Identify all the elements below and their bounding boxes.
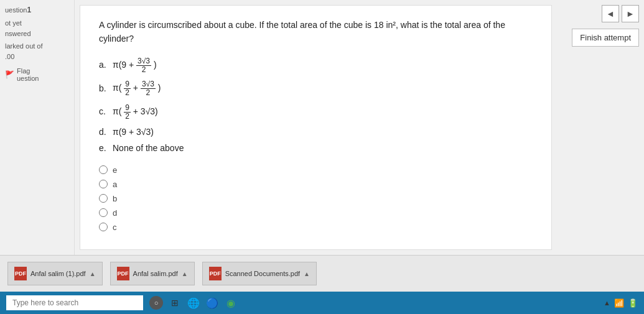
pdf-icon-2: PDF <box>117 267 129 280</box>
option-a-math: π(9 + 3√3 2 ) <box>113 57 157 74</box>
system-tray-chevron[interactable]: ▲ <box>604 299 610 307</box>
taskbar-label-2: Anfal salim.pdf <box>133 270 178 277</box>
taskbar-item-1[interactable]: PDF Anfal salim (1).pdf ▲ <box>7 262 103 285</box>
radio-section: e a b d c <box>99 165 533 232</box>
nav-next-button[interactable]: ► <box>622 5 639 22</box>
radio-item-d: d <box>99 208 533 218</box>
nav-prev-button[interactable]: ◄ <box>602 5 619 22</box>
question-text: A cylinder is circumscribed about a cube… <box>99 18 533 46</box>
taskbar-label-1: Anfal salim (1).pdf <box>30 270 86 277</box>
radio-e-label: e <box>113 165 117 175</box>
apps-icon[interactable]: ⊞ <box>168 296 182 310</box>
radio-item-b: b <box>99 194 533 203</box>
option-a-frac: 3√3 2 <box>136 57 151 74</box>
option-c-label: c. <box>99 106 109 116</box>
frac-den: 2 <box>141 66 147 74</box>
frac-den: 2 <box>124 113 131 121</box>
question-label: uestion <box>5 6 27 14</box>
option-a-label: a. <box>99 60 109 70</box>
radio-a[interactable] <box>99 180 108 188</box>
system-tray: ▲ 📶 🔋 <box>604 298 638 308</box>
option-d-label: d. <box>99 127 109 137</box>
pdf-icon-3: PDF <box>209 267 222 280</box>
main-container: uestion1 ot yet nswered larked out of .0… <box>0 0 644 314</box>
status-line1: ot yet <box>5 19 22 27</box>
flag-question[interactable]: 🚩 Flag uestion <box>5 67 69 82</box>
frac-num: 3√3 <box>136 57 151 66</box>
battery-icon: 🔋 <box>628 298 638 308</box>
option-e-math: None of the above <box>113 143 184 153</box>
wifi-icon: 📶 <box>614 298 624 308</box>
flag-label: Flag <box>17 67 39 75</box>
flag-icon: 🚩 <box>5 70 14 79</box>
right-panel: ◄ ► Finish attempt <box>557 0 644 255</box>
option-e: e. None of the above <box>99 143 533 153</box>
taskbar-chevron-1: ▲ <box>90 270 96 277</box>
option-d-math: π(9 + 3√3) <box>113 127 154 137</box>
frac-den: 2 <box>124 89 131 97</box>
taskbar-label-3: Scanned Documents.pdf <box>225 270 300 277</box>
frac-num: 3√3 <box>141 80 156 89</box>
radio-d[interactable] <box>99 208 108 217</box>
radio-item-c: c <box>99 223 533 232</box>
question-status: ot yet nswered <box>5 18 69 39</box>
content-area: uestion1 ot yet nswered larked out of .0… <box>0 0 644 255</box>
question-number-section: uestion1 <box>5 5 69 16</box>
radio-d-label: d <box>113 208 117 218</box>
option-c-math: π( 9 2 + 3√3) <box>113 104 158 121</box>
nav-buttons: ◄ ► <box>602 5 639 22</box>
radio-c[interactable] <box>99 223 108 231</box>
marked-section: larked out of .00 <box>5 41 69 62</box>
marked-value: .00 <box>5 53 14 60</box>
taskbar: PDF Anfal salim (1).pdf ▲ PDF Anfal sali… <box>0 255 644 292</box>
radio-item-e: e <box>99 165 533 175</box>
answer-options: a. π(9 + 3√3 2 ) b. π( <box>99 57 533 153</box>
option-a: a. π(9 + 3√3 2 ) <box>99 57 533 74</box>
option-c-frac: 9 2 <box>124 104 131 121</box>
frac-num: 9 <box>124 80 131 89</box>
radio-b-label: b <box>113 194 117 203</box>
option-b-frac1: 9 2 <box>124 80 131 97</box>
option-b-frac2: 3√3 2 <box>141 80 156 97</box>
taskbar-icons: ○ ⊞ 🌐 🔵 ◉ <box>149 296 238 310</box>
radio-c-label: c <box>113 223 117 232</box>
frac-den: 2 <box>145 89 152 97</box>
browser-icon-1[interactable]: 🌐 <box>187 296 200 310</box>
radio-item-a: a <box>99 180 533 189</box>
option-b-label: b. <box>99 83 109 93</box>
frac-num: 9 <box>124 104 131 113</box>
browser-icon-3[interactable]: ◉ <box>224 296 238 310</box>
search-input[interactable] <box>6 295 143 310</box>
pdf-icon-1: PDF <box>14 267 27 280</box>
search-icon[interactable]: ○ <box>149 296 163 310</box>
status-line2: nswered <box>5 30 31 37</box>
option-b: b. π( 9 2 + 3√3 2 ) <box>99 80 533 97</box>
question-number: 1 <box>27 6 31 14</box>
option-c: c. π( 9 2 + 3√3) <box>99 104 533 121</box>
taskbar-chevron-2: ▲ <box>182 270 188 277</box>
radio-a-label: a <box>113 180 117 189</box>
sidebar: uestion1 ot yet nswered larked out of .0… <box>0 0 75 255</box>
finish-attempt-button[interactable]: Finish attempt <box>572 29 639 47</box>
taskbar-bottom: ○ ⊞ 🌐 🔵 ◉ ▲ 📶 🔋 <box>0 292 644 314</box>
browser-icon-2[interactable]: 🔵 <box>205 296 219 310</box>
flag-sublabel: uestion <box>17 75 39 82</box>
radio-b[interactable] <box>99 194 108 203</box>
taskbar-item-2[interactable]: PDF Anfal salim.pdf ▲ <box>110 262 195 285</box>
taskbar-chevron-3: ▲ <box>304 270 310 277</box>
marked-label: larked out of <box>5 42 43 50</box>
taskbar-item-3[interactable]: PDF Scanned Documents.pdf ▲ <box>202 262 317 285</box>
option-d: d. π(9 + 3√3) <box>99 127 533 137</box>
radio-e[interactable] <box>99 165 108 174</box>
question-panel: A cylinder is circumscribed about a cube… <box>80 5 552 250</box>
option-b-math: π( 9 2 + 3√3 2 ) <box>113 80 161 97</box>
option-e-label: e. <box>99 143 109 153</box>
